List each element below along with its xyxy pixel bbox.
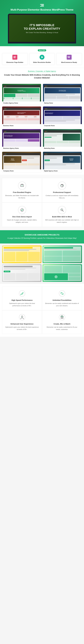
hero-section: Multi-Purpose Elementor Business WordPre… — [0, 0, 84, 46]
svg-point-19 — [22, 293, 22, 294]
svg-rect-2 — [15, 56, 16, 57]
elementor-name: Elementor Page Builder — [3, 62, 27, 63]
feature-professional-support: Professional Support Contact us and our … — [42, 178, 82, 202]
demo-business[interactable]: Power Your BusinessWith Confidence 3,274… — [2, 106, 41, 127]
unlimited-title: Unlimited Possibilities — [45, 299, 79, 301]
demo-company[interactable]: Power UpBusiness& Credibility Read More — [2, 152, 41, 172]
svg-rect-1 — [14, 56, 15, 58]
woo-name: WooCommerce Ready — [57, 62, 81, 63]
tagline-links: Business, Corporate, or Digital Agency — [3, 70, 81, 72]
laptop-sub: We Create The Best Branding, Strategy & … — [24, 32, 60, 33]
unlimited-desc: Elementor can be easily combined and vis… — [45, 302, 79, 307]
tagline-heading: Create Your Dream Website With Endless C… — [3, 74, 81, 79]
portfolio-item-3[interactable]: View More — [2, 264, 41, 282]
demo-label-7: Company Home — [2, 169, 41, 172]
create-match-desc: Elementor can be easily customized to fi… — [45, 326, 79, 330]
demo-label-3: Business Home — [2, 124, 41, 127]
svg-text:W: W — [67, 56, 70, 58]
plugin-slider: Slider Revolution Builder — [29, 53, 55, 65]
feature-seo: Build With SEO In Mind SEO practices wil… — [42, 202, 82, 227]
demo-creative-agency[interactable]: It's ImpossibleTo Explain Creativity — [2, 84, 41, 105]
svg-rect-0 — [12, 55, 17, 60]
demo-label-8: Digital Agency Home — [43, 169, 82, 172]
portfolio-item-1[interactable] — [2, 246, 41, 263]
demo-label-6: Marketing Home — [43, 147, 82, 150]
woo-icon: W — [57, 55, 81, 60]
high-speed-icon — [5, 290, 39, 298]
svg-point-14 — [62, 186, 63, 186]
feature-enhanced-ux: Enhanced User Experience Optimized to gi… — [2, 310, 42, 334]
demo-business-agency[interactable]: Find The Perfect PlanTo Fit Your Busines… — [2, 129, 41, 150]
more-features-section: High Speed Performance Optimized to give… — [0, 284, 84, 337]
free-plugins-icon — [18, 182, 26, 190]
high-speed-desc: Optimized to give your visitors the best… — [5, 302, 39, 307]
one-click-desc: Import all of pages and posts, sample sl… — [5, 219, 39, 223]
support-title: Professional Support — [45, 191, 79, 193]
seo-desc: SEO practices will make your website ran… — [45, 219, 79, 223]
features-section: Free Bundled Plugins Elementor, and Slid… — [0, 175, 84, 230]
one-click-title: One Click Demo Import — [5, 216, 39, 218]
demo-startup[interactable]: The Perfect VisionFor Your Business Star — [43, 84, 82, 105]
demo-corporate[interactable]: For Earning SuccessBusiness Solutions Co… — [43, 106, 82, 127]
showcase-subtitle: A Large Collection Of Stunning Portfolio… — [3, 237, 81, 240]
demo-label-2: Startup Home — [43, 102, 82, 104]
free-plugins-desc: Elementor, and Slider Revolution are inc… — [5, 194, 39, 199]
svg-rect-3 — [15, 57, 16, 58]
feature-unlimited: Unlimited Possibilities Elementor can be… — [42, 286, 82, 310]
plugins-grid: Elementor Page Builder Slider Revolution… — [2, 53, 82, 65]
demo-label-1: Creative Agency Home — [2, 102, 41, 104]
support-desc: Contact us and our support team will imm… — [45, 194, 79, 199]
svg-rect-4 — [15, 58, 16, 58]
showcase-title: Showcase Awesome Projects — [3, 234, 81, 236]
save-badge: Save 52% — [38, 49, 46, 51]
logo — [3, 4, 81, 6]
enhanced-ux-desc: Optimized to give your visitors the best… — [5, 326, 39, 330]
feature-high-speed: High Speed Performance Optimized to give… — [2, 286, 42, 310]
showcase-section: Showcase Awesome Projects A Large Collec… — [0, 230, 84, 244]
free-plugins-title: Free Bundled Plugins — [5, 191, 39, 193]
seo-icon — [58, 206, 66, 214]
demos-grid: It's ImpossibleTo Explain Creativity — [2, 84, 82, 172]
demo-label-5: Business Agency Home — [2, 147, 41, 150]
demos-section: It's ImpossibleTo Explain Creativity — [0, 82, 84, 175]
more-features-grid: High Speed Performance Optimized to give… — [2, 286, 82, 334]
laptop-headline: It's Impossible To Explain Creativity — [24, 24, 60, 30]
portfolio-item-4[interactable] — [43, 264, 82, 282]
slider-name: Slider Revolution Builder — [30, 62, 54, 63]
elementor-icon — [3, 55, 27, 60]
create-match-icon — [45, 314, 79, 322]
high-speed-title: High Speed Performance — [5, 299, 39, 301]
portfolio-grid: View More — [2, 246, 82, 282]
slider-icon — [30, 55, 54, 60]
support-icon — [58, 182, 66, 190]
unlimited-icon — [45, 290, 79, 298]
feature-one-click: One Click Demo Import Import all of page… — [2, 202, 42, 227]
tagline-section: Business, Corporate, or Digital Agency C… — [0, 68, 84, 82]
demo-label-4: Corporate Home — [43, 124, 82, 127]
hero-title: Multi-Purpose Elementor Business WordPre… — [3, 8, 81, 12]
plugin-woo: W WooCommerce Ready — [56, 53, 82, 65]
plugins-section: Save 52% Elementor Page Builder — [0, 46, 84, 68]
feature-free-plugins: Free Bundled Plugins Elementor, and Slid… — [2, 178, 42, 202]
plugin-elementor: Elementor Page Builder — [2, 53, 28, 65]
seo-title: Build With SEO In Mind — [45, 216, 79, 218]
portfolio-section: View More — [0, 244, 84, 284]
feature-create-match: Create, Mix & Match Elementor can be eas… — [42, 310, 82, 334]
svg-line-17 — [62, 210, 63, 211]
demo-digital-agency[interactable]: Get Started For EarningSuccessfulBusines… — [43, 152, 82, 172]
svg-point-15 — [21, 209, 23, 211]
features-grid: Free Bundled Plugins Elementor, and Slid… — [2, 178, 82, 227]
enhanced-ux-title: Enhanced User Experience — [5, 323, 39, 325]
enhanced-ux-icon — [5, 314, 39, 322]
one-click-icon — [18, 206, 26, 214]
create-match-title: Create, Mix & Match — [45, 323, 79, 325]
hero-laptop: It's Impossible To Explain Creativity We… — [8, 14, 76, 44]
demo-marketing[interactable]: Marketing Home — [43, 129, 82, 150]
portfolio-item-2[interactable] — [43, 246, 82, 263]
svg-rect-10 — [21, 184, 23, 185]
